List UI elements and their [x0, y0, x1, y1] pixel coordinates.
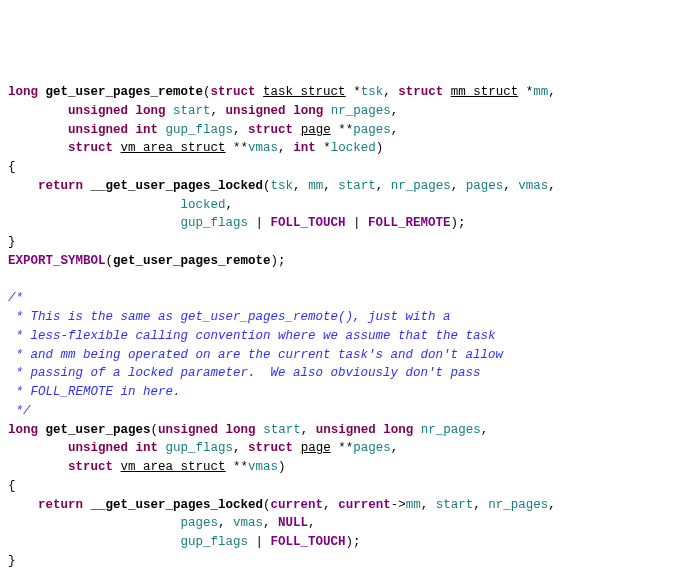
type-mm_struct: mm_struct [451, 85, 519, 99]
code-block: long get_user_pages_remote(struct task_s… [8, 85, 556, 573]
kw-long: long [136, 104, 166, 118]
param-locked: locked [331, 141, 376, 155]
field-mm: mm [406, 498, 421, 512]
type-page: page [301, 123, 331, 137]
kw-return: return [38, 179, 83, 193]
arg-gup_flags: gup_flags [181, 216, 249, 230]
arg-start: start [436, 498, 474, 512]
arg-nr_pages: nr_pages [488, 498, 548, 512]
export-arg: get_user_pages_remote [113, 254, 271, 268]
fn-__get_user_pages_locked: __get_user_pages_locked [91, 498, 264, 512]
const-current: current [271, 498, 324, 512]
kw-struct: struct [398, 85, 443, 99]
macro-export-symbol: EXPORT_SYMBOL [8, 254, 106, 268]
comment-line: */ [8, 404, 31, 418]
arg-nr_pages: nr_pages [391, 179, 451, 193]
kw-unsigned: unsigned [226, 104, 286, 118]
kw-long: long [226, 423, 256, 437]
kw-long: long [293, 104, 323, 118]
kw-struct: struct [211, 85, 256, 99]
kw-struct: struct [68, 141, 113, 155]
comment-line: /* [8, 291, 23, 305]
fn-get_user_pages: get_user_pages [46, 423, 151, 437]
arg-locked: locked [181, 198, 226, 212]
arg-vmas: vmas [518, 179, 548, 193]
comment-line: * passing of a locked parameter. We also… [8, 366, 481, 380]
kw-int: int [136, 441, 159, 455]
type-vm_area_struct: vm_area_struct [121, 460, 226, 474]
comment-line: * less-flexible calling convention where… [8, 329, 496, 343]
kw-unsigned: unsigned [68, 123, 128, 137]
arg-tsk: tsk [271, 179, 294, 193]
comment-line: * This is the same as get_user_pages_rem… [8, 310, 451, 324]
const-foll-remote: FOLL_REMOTE [368, 216, 451, 230]
kw-unsigned: unsigned [68, 441, 128, 455]
fn-get_user_pages_remote: get_user_pages_remote [46, 85, 204, 99]
param-gup_flags: gup_flags [166, 441, 234, 455]
fn-__get_user_pages_locked: __get_user_pages_locked [91, 179, 264, 193]
kw-long: long [8, 423, 38, 437]
param-start: start [173, 104, 211, 118]
param-vmas: vmas [248, 141, 278, 155]
kw-long: long [383, 423, 413, 437]
arg-vmas: vmas [233, 516, 263, 530]
const-null: NULL [278, 516, 308, 530]
type-task_struct: task_struct [263, 85, 346, 99]
kw-struct: struct [248, 441, 293, 455]
arg-start: start [338, 179, 376, 193]
kw-struct: struct [68, 460, 113, 474]
param-tsk: tsk [361, 85, 384, 99]
param-start: start [263, 423, 301, 437]
type-vm_area_struct: vm_area_struct [121, 141, 226, 155]
kw-unsigned: unsigned [68, 104, 128, 118]
param-pages: pages [353, 123, 391, 137]
kw-long: long [8, 85, 38, 99]
const-foll-touch: FOLL_TOUCH [271, 535, 346, 549]
param-gup_flags: gup_flags [166, 123, 234, 137]
param-mm: mm [533, 85, 548, 99]
comment-line: * FOLL_REMOTE in here. [8, 385, 181, 399]
param-pages: pages [353, 441, 391, 455]
kw-return: return [38, 498, 83, 512]
arg-mm: mm [308, 179, 323, 193]
arg-pages: pages [466, 179, 504, 193]
const-current: current [338, 498, 391, 512]
const-foll-touch: FOLL_TOUCH [271, 216, 346, 230]
comment-line: * and mm being operated on are the curre… [8, 348, 503, 362]
type-page: page [301, 441, 331, 455]
kw-struct: struct [248, 123, 293, 137]
param-nr_pages: nr_pages [421, 423, 481, 437]
arg-gup_flags: gup_flags [181, 535, 249, 549]
param-nr_pages: nr_pages [331, 104, 391, 118]
kw-int: int [293, 141, 316, 155]
arg-pages: pages [181, 516, 219, 530]
kw-unsigned: unsigned [316, 423, 376, 437]
param-vmas: vmas [248, 460, 278, 474]
kw-unsigned: unsigned [158, 423, 218, 437]
kw-int: int [136, 123, 159, 137]
